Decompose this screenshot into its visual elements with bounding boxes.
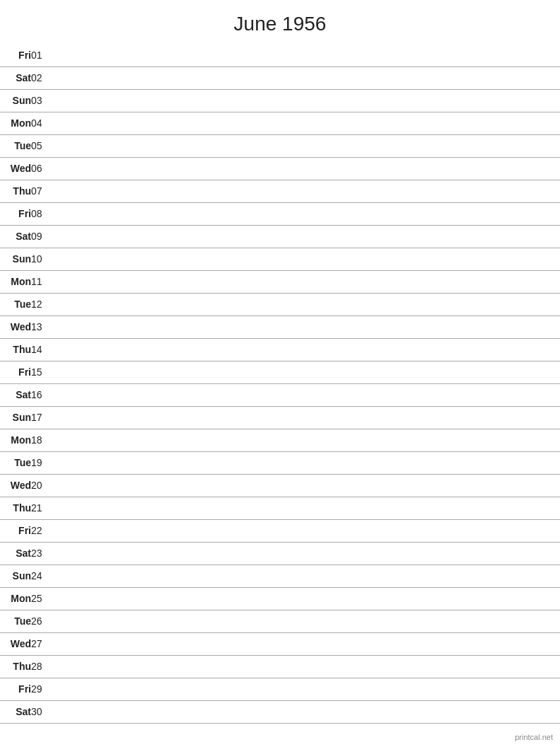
day-line [52, 66, 560, 89]
day-line [52, 112, 560, 134]
day-number: 17 [31, 406, 52, 429]
day-name: Sat [0, 383, 31, 406]
day-line [52, 451, 560, 474]
day-line [52, 610, 560, 632]
day-line [52, 202, 560, 225]
day-name: Thu [0, 655, 31, 678]
day-name: Sun [0, 89, 31, 112]
table-row: Wed27 [0, 632, 560, 655]
day-line [52, 293, 560, 315]
table-row: Sun03 [0, 89, 560, 112]
day-name: Wed [0, 474, 31, 497]
day-number: 23 [31, 542, 52, 564]
day-number: 27 [31, 632, 52, 655]
day-name: Tue [0, 610, 31, 632]
day-line [52, 44, 560, 66]
day-number: 13 [31, 315, 52, 338]
day-line [52, 474, 560, 497]
day-name: Tue [0, 293, 31, 315]
day-line [52, 564, 560, 587]
day-name: Wed [0, 632, 31, 655]
table-row: Thu28 [0, 655, 560, 678]
day-number: 11 [31, 270, 52, 293]
day-name: Sun [0, 248, 31, 270]
table-row: Sun10 [0, 248, 560, 270]
table-row: Tue19 [0, 451, 560, 474]
day-number: 02 [31, 66, 52, 89]
page-title: June 1956 [0, 0, 560, 42]
day-number: 15 [31, 361, 52, 383]
table-row: Thu21 [0, 497, 560, 519]
day-number: 04 [31, 112, 52, 134]
day-line [52, 519, 560, 542]
day-name: Mon [0, 270, 31, 293]
day-name: Sat [0, 225, 31, 248]
day-name: Thu [0, 180, 31, 202]
day-name: Fri [0, 361, 31, 383]
table-row: Mon11 [0, 270, 560, 293]
day-number: 16 [31, 383, 52, 406]
day-number: 10 [31, 248, 52, 270]
day-name: Mon [0, 587, 31, 610]
table-row: Fri01 [0, 44, 560, 66]
day-number: 30 [31, 700, 52, 723]
day-number: 26 [31, 610, 52, 632]
table-row: Wed20 [0, 474, 560, 497]
day-line [52, 632, 560, 655]
day-name: Sun [0, 564, 31, 587]
day-line [52, 383, 560, 406]
day-number: 18 [31, 429, 52, 451]
day-line [52, 361, 560, 383]
table-row: Thu14 [0, 338, 560, 361]
day-number: 25 [31, 587, 52, 610]
day-number: 20 [31, 474, 52, 497]
table-row: Fri29 [0, 678, 560, 700]
day-name: Mon [0, 112, 31, 134]
day-line [52, 157, 560, 180]
table-row: Tue05 [0, 134, 560, 157]
day-name: Fri [0, 519, 31, 542]
day-line [52, 315, 560, 338]
day-number: 08 [31, 202, 52, 225]
table-row: Tue12 [0, 293, 560, 315]
calendar-table: Fri01Sat02Sun03Mon04Tue05Wed06Thu07Fri08… [0, 44, 560, 724]
table-row: Fri08 [0, 202, 560, 225]
day-name: Tue [0, 134, 31, 157]
table-row: Tue26 [0, 610, 560, 632]
table-row: Mon04 [0, 112, 560, 134]
day-number: 29 [31, 678, 52, 700]
day-name: Sat [0, 700, 31, 723]
day-name: Wed [0, 315, 31, 338]
day-number: 28 [31, 655, 52, 678]
day-number: 14 [31, 338, 52, 361]
table-row: Sun17 [0, 406, 560, 429]
table-row: Wed06 [0, 157, 560, 180]
table-row: Fri22 [0, 519, 560, 542]
day-number: 07 [31, 180, 52, 202]
day-number: 12 [31, 293, 52, 315]
day-number: 19 [31, 451, 52, 474]
day-line [52, 180, 560, 202]
day-number: 06 [31, 157, 52, 180]
day-name: Fri [0, 202, 31, 225]
day-line [52, 542, 560, 564]
day-number: 21 [31, 497, 52, 519]
table-row: Sat09 [0, 225, 560, 248]
day-line [52, 497, 560, 519]
table-row: Mon25 [0, 587, 560, 610]
day-line [52, 270, 560, 293]
day-line [52, 225, 560, 248]
table-row: Fri15 [0, 361, 560, 383]
day-line [52, 248, 560, 270]
day-name: Mon [0, 429, 31, 451]
day-line [52, 429, 560, 451]
day-number: 24 [31, 564, 52, 587]
day-name: Wed [0, 157, 31, 180]
day-name: Sun [0, 406, 31, 429]
table-row: Thu07 [0, 180, 560, 202]
table-row: Mon18 [0, 429, 560, 451]
day-line [52, 89, 560, 112]
day-number: 01 [31, 44, 52, 66]
day-name: Fri [0, 44, 31, 66]
day-line [52, 406, 560, 429]
